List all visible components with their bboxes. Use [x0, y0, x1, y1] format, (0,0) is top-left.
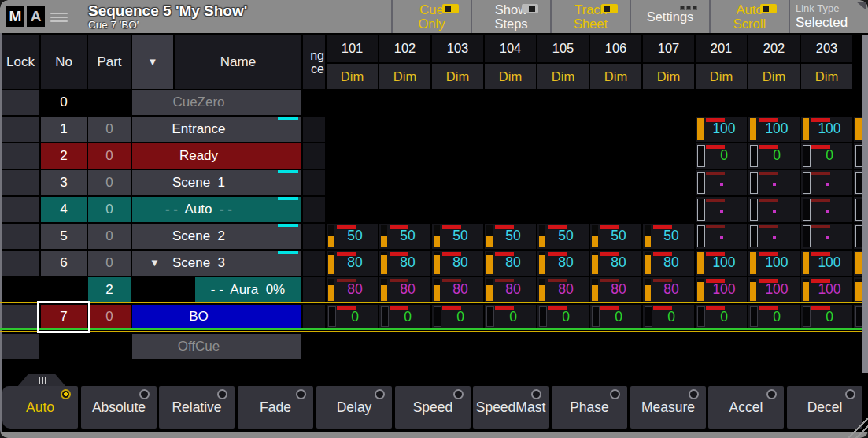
value-cell[interactable]: 80	[327, 277, 378, 303]
value-cell[interactable]: 0	[537, 305, 589, 328]
value-cell[interactable]	[854, 277, 862, 303]
lock-cell[interactable]	[2, 224, 39, 249]
cue-name-cell[interactable]: Scene 1	[132, 170, 301, 195]
value-cell[interactable]: 100	[748, 277, 800, 303]
encoder-button-phase[interactable]: Phase	[552, 386, 627, 429]
cue-name-cell[interactable]: Entrance	[132, 117, 301, 142]
lock-cell[interactable]	[2, 305, 39, 328]
cue-number-cell[interactable]: 5	[41, 224, 87, 249]
lock-cell[interactable]	[2, 117, 39, 142]
value-cell[interactable]: 0	[696, 143, 747, 169]
cue-name-cell[interactable]: BO	[132, 305, 301, 328]
value-cell[interactable]: 80	[379, 251, 430, 276]
column-header-name[interactable]: Name	[175, 35, 301, 89]
value-cell[interactable]: 0	[379, 305, 430, 328]
cue-number-cell[interactable]: 0	[41, 90, 87, 115]
cue-number-cell[interactable]: 4	[41, 197, 87, 222]
value-cell[interactable]	[748, 197, 800, 222]
attribute-header-107[interactable]: Dim	[643, 64, 694, 89]
cue-name-cell[interactable]: Ready	[132, 143, 301, 169]
ma-logo[interactable]: M A	[6, 6, 45, 27]
fixture-column-header-103[interactable]: 103	[432, 35, 483, 62]
value-cell[interactable]: 100	[696, 277, 747, 303]
value-cell[interactable]: 0	[696, 305, 747, 328]
cue-row--auto-[interactable]: 40- - Auto - -	[0, 197, 868, 222]
encoder-button-decel[interactable]: Decel	[787, 386, 862, 429]
fixture-column-header-101[interactable]: 101	[327, 35, 378, 62]
value-cell[interactable]	[854, 197, 862, 222]
encoder-button-measure[interactable]: Measure	[630, 386, 706, 429]
value-cell[interactable]: 80	[643, 251, 694, 276]
fixture-column-header-106[interactable]: 106	[590, 35, 641, 62]
encoder-button-speedmast[interactable]: SpeedMast	[473, 386, 549, 429]
value-cell[interactable]	[801, 224, 852, 249]
cue-row--aura-0-[interactable]: 2- - Aura 0%80808080808080100100100	[0, 277, 868, 303]
value-cell[interactable]	[696, 170, 747, 195]
encoder-button-speed[interactable]: Speed	[395, 386, 471, 429]
cue-row-scene-3[interactable]: 60Scene 3▼80808080808080100100100	[0, 251, 868, 276]
value-cell[interactable]: 0	[643, 305, 694, 328]
cue-row-scene-2[interactable]: 50Scene 250505050505050	[0, 224, 868, 249]
value-cell[interactable]: 50	[327, 224, 378, 249]
part-number-cell[interactable]: 0	[88, 305, 131, 328]
titlebar-button-track-sheet[interactable]: TrackSheet	[550, 0, 630, 33]
link-type-selector[interactable]: Link Type Selected	[789, 0, 868, 33]
value-cell[interactable]: 80	[537, 251, 589, 276]
lock-cell[interactable]	[2, 90, 39, 115]
attribute-header-102[interactable]: Dim	[379, 64, 430, 89]
vertical-scrollbar[interactable]	[862, 35, 868, 373]
attribute-header-201[interactable]: Dim	[696, 64, 747, 89]
value-cell[interactable]: 50	[379, 224, 430, 249]
part-number-cell[interactable]: 0	[88, 197, 131, 222]
value-cell[interactable]: 100	[801, 117, 852, 142]
fixture-column-header-105[interactable]: 105	[537, 35, 589, 62]
part-number-cell[interactable]: 0	[88, 143, 131, 169]
value-cell[interactable]	[854, 305, 862, 328]
fixture-column-header-104[interactable]: 104	[485, 35, 536, 62]
cue-name-cell[interactable]: CueZero	[132, 90, 301, 115]
value-cell[interactable]: 80	[432, 277, 483, 303]
cue-name-cell[interactable]: - - Aura 0%	[195, 277, 301, 303]
value-cell[interactable]: 100	[696, 117, 747, 142]
value-cell[interactable]: 80	[590, 277, 641, 303]
value-cell[interactable]: 50	[485, 224, 536, 249]
column-header-clipped[interactable]: ngce	[303, 35, 325, 89]
value-cell[interactable]: 50	[432, 224, 483, 249]
value-cell[interactable]	[801, 170, 852, 195]
lock-cell[interactable]	[2, 251, 39, 276]
encoder-button-accel[interactable]: Accel	[708, 386, 784, 429]
list-menu-icon[interactable]	[50, 10, 68, 23]
cue-name-cell[interactable]: OffCue	[132, 334, 301, 359]
cue-name-cell[interactable]: - - Auto - -	[132, 197, 301, 222]
value-cell[interactable]: 0	[748, 143, 800, 169]
value-cell[interactable]: 0	[485, 305, 536, 328]
part-number-cell[interactable]: 0	[88, 170, 131, 195]
attribute-header-203[interactable]: Dim	[801, 64, 852, 89]
value-cell[interactable]: 0	[432, 305, 483, 328]
value-cell[interactable]: 50	[537, 224, 589, 249]
cue-number-cell[interactable]: 1	[41, 117, 87, 142]
part-number-cell[interactable]: 0	[88, 251, 131, 276]
value-cell[interactable]	[854, 224, 862, 249]
attribute-header-106[interactable]: Dim	[590, 64, 641, 89]
column-header-part[interactable]: Part	[88, 35, 131, 89]
value-cell[interactable]: 0	[590, 305, 641, 328]
part-number-cell[interactable]: 0	[88, 224, 131, 249]
encoder-button-relative[interactable]: Relative	[159, 386, 235, 429]
lock-cell[interactable]	[2, 170, 39, 195]
attribute-header-105[interactable]: Dim	[537, 64, 589, 89]
value-cell[interactable]: 80	[537, 277, 589, 303]
encoder-bar-handle[interactable]	[17, 374, 66, 387]
value-cell[interactable]: 50	[643, 224, 694, 249]
value-cell[interactable]	[748, 170, 800, 195]
attribute-header-104[interactable]: Dim	[485, 64, 536, 89]
encoder-button-absolute[interactable]: Absolute	[81, 386, 157, 429]
value-cell[interactable]: 100	[801, 251, 852, 276]
value-cell[interactable]	[696, 197, 747, 222]
value-cell[interactable]: 100	[801, 277, 852, 303]
fixture-column-header-201[interactable]: 201	[696, 35, 747, 62]
cue-name-cell[interactable]: Scene 2	[132, 224, 301, 249]
value-cell[interactable]	[854, 143, 862, 169]
fixture-column-header-107[interactable]: 107	[643, 35, 694, 62]
attribute-header-202[interactable]: Dim	[748, 64, 800, 89]
